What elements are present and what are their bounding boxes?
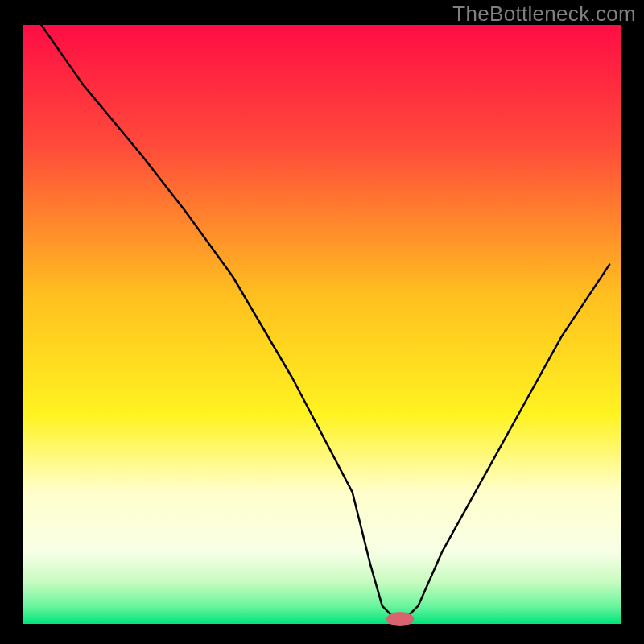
plot-background: [23, 25, 621, 624]
chart-container: TheBottleneck.com: [0, 0, 644, 644]
bottleneck-chart: [0, 0, 644, 644]
watermark-text: TheBottleneck.com: [452, 2, 636, 27]
optimum-marker: [386, 612, 414, 626]
